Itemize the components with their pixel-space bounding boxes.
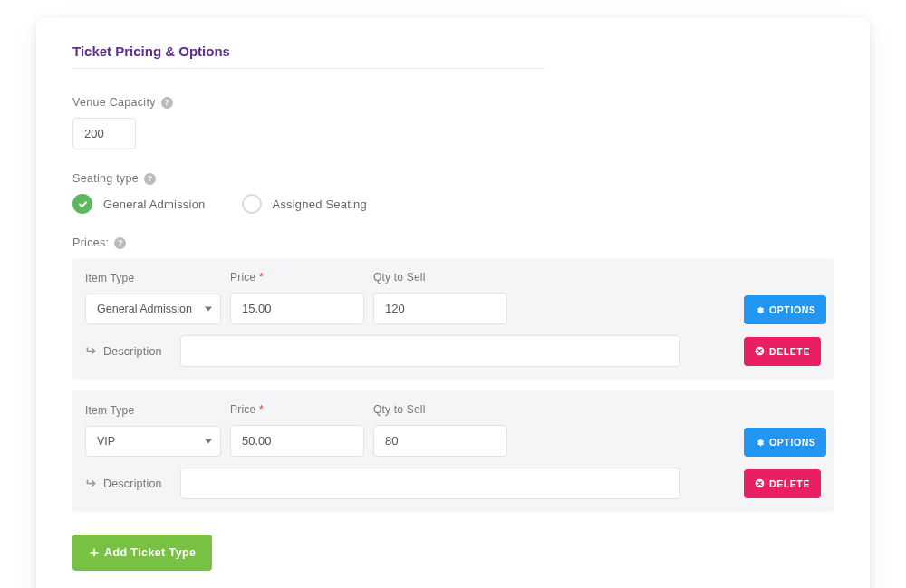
price-header: Price * xyxy=(230,403,364,416)
help-icon[interactable]: ? xyxy=(144,173,156,185)
options-button[interactable]: OPTIONS xyxy=(744,295,826,324)
required-asterisk: * xyxy=(259,403,264,416)
seating-assigned-label: Assigned Seating xyxy=(273,198,367,211)
qty-input[interactable] xyxy=(373,425,507,457)
price-row: Item Type Price * Qty to Sell . OPTIONS xyxy=(72,258,834,380)
seating-type-label: Seating type ? xyxy=(72,172,834,185)
arrow-return-icon xyxy=(85,345,97,357)
seating-general-option[interactable]: General Admission xyxy=(72,194,206,214)
plus-icon xyxy=(89,547,100,558)
description-label: Description xyxy=(85,345,171,358)
options-button-label: OPTIONS xyxy=(769,304,815,315)
arrow-return-icon xyxy=(85,477,97,489)
item-type-header: Item Type xyxy=(85,404,221,417)
add-ticket-type-label: Add Ticket Type xyxy=(104,546,196,559)
ticket-pricing-card: Ticket Pricing & Options Venue Capacity … xyxy=(36,18,870,588)
options-button-label: OPTIONS xyxy=(769,437,815,448)
required-asterisk: * xyxy=(259,271,264,284)
description-label-text: Description xyxy=(103,477,162,490)
prices-label-text: Prices: xyxy=(72,236,109,249)
close-circle-icon xyxy=(755,478,765,488)
options-button[interactable]: OPTIONS xyxy=(744,428,826,457)
seating-assigned-option[interactable]: Assigned Seating xyxy=(242,194,367,214)
seating-radio-row: General Admission Assigned Seating xyxy=(72,194,834,214)
description-label-text: Description xyxy=(103,345,162,358)
price-input[interactable] xyxy=(230,293,364,324)
qty-header: Qty to Sell xyxy=(373,271,507,284)
delete-button[interactable]: DELETE xyxy=(744,337,821,366)
qty-input[interactable] xyxy=(373,293,507,324)
price-row: Item Type Price * Qty to Sell . OPTIONS xyxy=(72,390,834,512)
add-ticket-type-button[interactable]: Add Ticket Type xyxy=(72,535,212,571)
item-type-header: Item Type xyxy=(85,272,221,284)
venue-capacity-label: Venue Capacity ? xyxy=(72,96,834,109)
price-input[interactable] xyxy=(230,425,364,457)
delete-button-label: DELETE xyxy=(769,478,810,489)
item-type-select[interactable] xyxy=(85,294,221,324)
venue-capacity-input[interactable] xyxy=(72,118,136,149)
delete-button[interactable]: DELETE xyxy=(744,469,821,498)
seating-general-label: General Admission xyxy=(103,198,206,211)
description-label: Description xyxy=(85,477,171,490)
venue-capacity-group: Venue Capacity ? xyxy=(72,96,834,149)
delete-button-label: DELETE xyxy=(769,346,810,357)
description-input[interactable] xyxy=(180,468,680,499)
radio-unchecked-icon xyxy=(242,194,262,214)
item-type-select[interactable] xyxy=(85,426,221,457)
gear-icon xyxy=(755,305,765,315)
qty-header: Qty to Sell xyxy=(373,403,507,416)
section-title: Ticket Pricing & Options xyxy=(72,43,545,69)
seating-type-label-text: Seating type xyxy=(72,172,139,185)
venue-capacity-label-text: Venue Capacity xyxy=(72,96,156,109)
description-input[interactable] xyxy=(180,335,680,367)
seating-type-group: Seating type ? General Admission Assigne… xyxy=(72,172,834,214)
prices-label: Prices: ? xyxy=(72,236,834,249)
close-circle-icon xyxy=(755,346,765,356)
radio-checked-icon xyxy=(72,194,92,214)
help-icon[interactable]: ? xyxy=(114,237,126,249)
price-header: Price * xyxy=(230,271,364,284)
help-icon[interactable]: ? xyxy=(161,97,173,109)
gear-icon xyxy=(755,438,765,448)
